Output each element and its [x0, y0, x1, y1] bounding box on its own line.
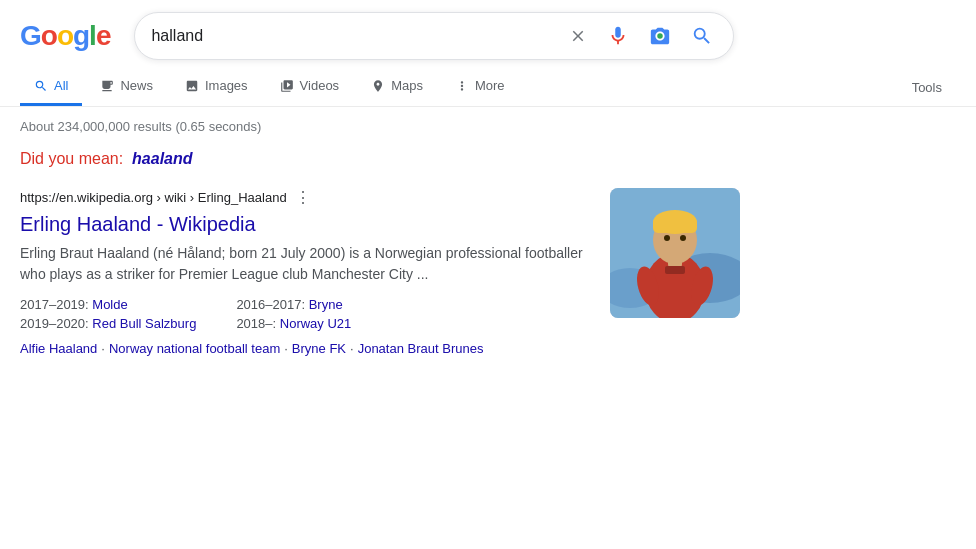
nav-more-label: More: [475, 78, 505, 93]
svg-point-0: [658, 33, 664, 39]
related-links: Alfie Haaland · Norway national football…: [20, 341, 586, 356]
result-url: https://en.wikipedia.org › wiki › Erling…: [20, 190, 287, 205]
related-link-0[interactable]: Alfie Haaland: [20, 341, 97, 356]
more-options-icon[interactable]: ⋮: [295, 188, 311, 207]
microphone-icon: [607, 25, 629, 47]
nav-item-more[interactable]: More: [441, 68, 519, 106]
fact-item-0: 2017–2019: Molde: [20, 297, 196, 312]
result-thumbnail[interactable]: [610, 188, 740, 318]
nav-maps-label: Maps: [391, 78, 423, 93]
clear-button[interactable]: [565, 23, 591, 49]
result-title-link[interactable]: Erling Haaland - Wikipedia: [20, 211, 586, 237]
did-you-mean: Did you mean: haaland: [20, 150, 740, 168]
news-icon: [100, 79, 114, 93]
did-you-mean-link[interactable]: haaland: [132, 150, 192, 167]
logo-o2: o: [57, 20, 73, 51]
result-main: https://en.wikipedia.org › wiki › Erling…: [20, 188, 586, 356]
logo-e: e: [96, 20, 111, 51]
logo-g: G: [20, 20, 41, 51]
result-url-row: https://en.wikipedia.org › wiki › Erling…: [20, 188, 586, 207]
images-icon: [185, 79, 199, 93]
maps-icon: [371, 79, 385, 93]
search-action-icons: [565, 21, 717, 51]
nav-item-videos[interactable]: Videos: [266, 68, 354, 106]
nav-item-images[interactable]: Images: [171, 68, 262, 106]
search-bar: halland: [134, 12, 734, 60]
header: Google halland: [0, 0, 976, 68]
search-results: About 234,000,000 results (0.65 seconds)…: [0, 107, 760, 356]
search-icon: [691, 25, 713, 47]
videos-icon: [280, 79, 294, 93]
image-search-button[interactable]: [645, 21, 675, 51]
logo-g2: g: [73, 20, 89, 51]
camera-icon: [649, 25, 671, 47]
fact-item-1: 2019–2020: Red Bull Salzburg: [20, 316, 196, 331]
logo-o1: o: [41, 20, 57, 51]
result-count: About 234,000,000 results (0.65 seconds): [20, 119, 740, 134]
separator-1: ·: [284, 341, 288, 356]
fact-link-0[interactable]: Molde: [92, 297, 127, 312]
nav-all-label: All: [54, 78, 68, 93]
player-image: [610, 188, 740, 318]
fact-link-1[interactable]: Red Bull Salzburg: [92, 316, 196, 331]
fact-label-2: 2016–2017:: [236, 297, 305, 312]
fact-label-0: 2017–2019:: [20, 297, 89, 312]
fact-col-right: 2016–2017: Bryne 2018–: Norway U21: [236, 297, 351, 331]
svg-rect-11: [665, 266, 685, 274]
svg-point-10: [680, 235, 686, 241]
search-nav: All News Images Videos Maps More Tools: [0, 68, 976, 107]
voice-search-button[interactable]: [603, 21, 633, 51]
logo-l: l: [89, 20, 96, 51]
search-button[interactable]: [687, 21, 717, 51]
separator-2: ·: [350, 341, 354, 356]
fact-item-3: 2018–: Norway U21: [236, 316, 351, 331]
fact-label-3: 2018–:: [236, 316, 276, 331]
svg-rect-8: [653, 218, 697, 233]
more-icon: [455, 79, 469, 93]
clear-icon: [569, 27, 587, 45]
fact-link-3[interactable]: Norway U21: [280, 316, 352, 331]
all-icon: [34, 79, 48, 93]
nav-item-all[interactable]: All: [20, 68, 82, 106]
nav-videos-label: Videos: [300, 78, 340, 93]
result-snippet: Erling Braut Haaland (né Håland; born 21…: [20, 243, 586, 285]
svg-point-9: [664, 235, 670, 241]
fact-item-2: 2016–2017: Bryne: [236, 297, 351, 312]
related-link-1[interactable]: Norway national football team: [109, 341, 280, 356]
search-input[interactable]: halland: [151, 27, 557, 45]
fact-col-left: 2017–2019: Molde 2019–2020: Red Bull Sal…: [20, 297, 196, 331]
result-block: https://en.wikipedia.org › wiki › Erling…: [20, 188, 740, 356]
google-logo: Google: [20, 20, 110, 52]
fact-link-2[interactable]: Bryne: [309, 297, 343, 312]
fact-label-1: 2019–2020:: [20, 316, 89, 331]
nav-images-label: Images: [205, 78, 248, 93]
related-link-3[interactable]: Jonatan Braut Brunes: [358, 341, 484, 356]
tools-button[interactable]: Tools: [898, 70, 956, 105]
nav-item-maps[interactable]: Maps: [357, 68, 437, 106]
separator-0: ·: [101, 341, 105, 356]
nav-news-label: News: [120, 78, 153, 93]
did-you-mean-prefix: Did you mean:: [20, 150, 123, 167]
result-facts: 2017–2019: Molde 2019–2020: Red Bull Sal…: [20, 297, 586, 331]
related-link-2[interactable]: Bryne FK: [292, 341, 346, 356]
nav-item-news[interactable]: News: [86, 68, 167, 106]
